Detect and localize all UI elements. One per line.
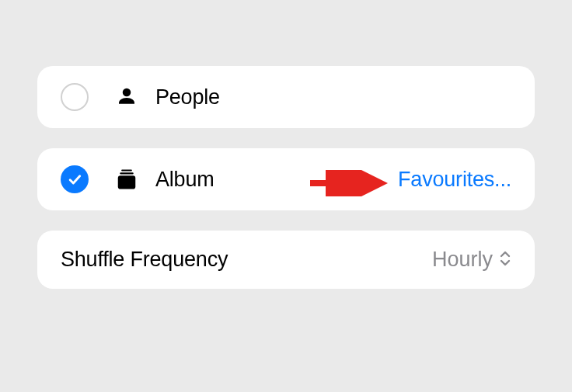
people-icon <box>113 85 140 109</box>
shuffle-label: Shuffle Frequency <box>61 248 228 272</box>
svg-rect-1 <box>121 170 132 172</box>
chevron-up-down-icon <box>499 250 511 270</box>
album-value-link[interactable]: Favourites... <box>398 168 511 192</box>
svg-rect-2 <box>120 172 134 174</box>
option-label-people: People <box>155 85 220 109</box>
svg-point-0 <box>123 88 131 97</box>
svg-rect-3 <box>118 175 136 189</box>
radio-checked-icon <box>61 165 89 193</box>
option-row-people[interactable]: People <box>37 66 535 128</box>
option-label-album: Album <box>155 168 214 192</box>
shuffle-value: Hourly <box>432 248 493 272</box>
radio-unchecked-icon <box>61 83 89 111</box>
option-row-album[interactable]: Album Favourites... <box>37 148 535 210</box>
shuffle-frequency-row[interactable]: Shuffle Frequency Hourly <box>37 231 535 289</box>
album-icon <box>113 168 140 191</box>
